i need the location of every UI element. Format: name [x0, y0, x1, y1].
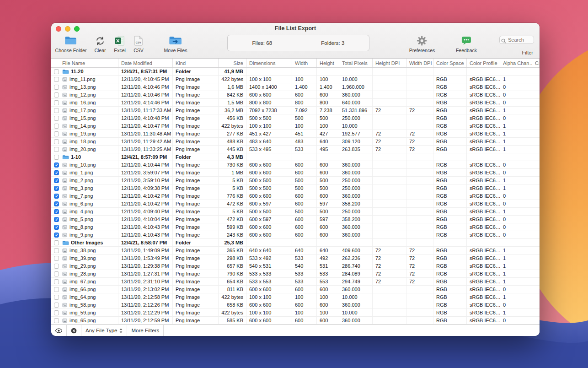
file-row[interactable]: img_20.png13/11/20, 11:33:25 AMPng Image…: [51, 146, 540, 153]
column-header-color-profile[interactable]: Color Profile: [467, 59, 500, 67]
row-checkbox[interactable]: [54, 310, 59, 315]
file-row[interactable]: img_15.png12/11/20, 4:10:48 PMPng Image4…: [51, 114, 540, 122]
column-header-dimensions[interactable]: Dimensions: [246, 59, 292, 67]
file-type-dropdown[interactable]: Any File Type: [81, 325, 127, 336]
row-checkbox[interactable]: [54, 77, 59, 82]
row-checkbox[interactable]: [54, 186, 59, 191]
show-hide-columns-button[interactable]: [51, 325, 67, 336]
column-header-size[interactable]: Size: [219, 59, 246, 67]
column-header-creation[interactable]: Cr…: [532, 59, 540, 67]
file-row[interactable]: img_64.png13/11/20, 2:12:58 PMPng Image4…: [51, 293, 540, 301]
row-checkbox[interactable]: [54, 92, 59, 97]
row-checkbox[interactable]: [54, 201, 59, 206]
file-row[interactable]: img_16.png12/11/20, 4:14:46 PMPng Image1…: [51, 99, 540, 107]
file-row[interactable]: img_5.png12/11/20, 4:10:04 PMPng Image47…: [51, 216, 540, 223]
row-checkbox[interactable]: [54, 264, 59, 269]
choose-folder-button[interactable]: Choose Folder: [55, 35, 87, 53]
row-checkbox[interactable]: [54, 240, 59, 245]
row-checkbox[interactable]: [54, 287, 59, 292]
column-header-color-space[interactable]: Color Space: [433, 59, 467, 67]
cell-w: 7.092: [292, 107, 317, 114]
row-checkbox[interactable]: [54, 131, 59, 136]
file-row[interactable]: img_11.png12/11/20, 4:10:45 PMPng Image4…: [51, 76, 540, 83]
minimize-button[interactable]: [65, 26, 70, 32]
row-checkbox[interactable]: [54, 69, 59, 74]
row-checkbox[interactable]: [54, 116, 59, 121]
file-row[interactable]: img_12.png12/11/20, 4:10:46 PMPng Image8…: [51, 91, 540, 99]
row-checkbox[interactable]: [54, 85, 59, 90]
move-files-button[interactable]: Move Files: [164, 35, 187, 53]
column-header-width-dpi[interactable]: Width DPI: [406, 59, 433, 67]
row-checkbox[interactable]: [54, 217, 59, 222]
column-header-file-name[interactable]: File Name: [61, 59, 118, 67]
zoom-button[interactable]: [74, 26, 80, 32]
file-row[interactable]: img_3.png12/11/20, 4:09:38 PMPng Image5 …: [51, 184, 540, 192]
row-checkbox[interactable]: [54, 100, 59, 105]
row-checkbox[interactable]: [54, 178, 59, 183]
row-checkbox[interactable]: [54, 295, 59, 300]
file-row[interactable]: img_38.png13/11/20, 1:49:09 PMPng Image3…: [51, 247, 540, 254]
file-row[interactable]: img_14.png12/11/20, 4:10:47 PMPng Image4…: [51, 122, 540, 130]
row-checkbox[interactable]: [54, 271, 59, 276]
column-header-total-pixels[interactable]: Total Pixels: [339, 59, 373, 67]
cell-cp: [467, 153, 500, 161]
row-checkbox[interactable]: [54, 225, 59, 230]
file-row[interactable]: img_17.png13/11/20, 11:17:33 AMPng Image…: [51, 107, 540, 114]
file-row[interactable]: img_10.png12/11/20, 4:10:44 PMPng Image7…: [51, 161, 540, 169]
column-header-width[interactable]: Width: [292, 59, 317, 67]
feedback-button[interactable]: Feedback: [456, 35, 477, 53]
csv-export-button[interactable]: CSV CSV: [134, 35, 144, 53]
folder-row[interactable]: Other Images12/4/21, 8:58:07 PMFolder25,…: [51, 239, 540, 247]
file-name: img_1.png: [69, 169, 93, 176]
file-row[interactable]: img_4.png12/11/20, 4:09:40 PMPng Image5 …: [51, 208, 540, 216]
file-row[interactable]: img_59.png13/11/20, 2:12:29 PMPng Image4…: [51, 309, 540, 317]
row-checkbox[interactable]: [54, 248, 59, 253]
row-checkbox[interactable]: [54, 318, 59, 323]
row-checkbox[interactable]: [54, 147, 59, 152]
file-row[interactable]: img_67.png13/11/20, 2:31:10 PMPng Image6…: [51, 278, 540, 286]
file-row[interactable]: img_19.png13/11/20, 11:30:48 AMPng Image…: [51, 130, 540, 138]
file-row[interactable]: img_39.png13/11/20, 1:53:49 PMPng Image2…: [51, 254, 540, 262]
excel-export-button[interactable]: Excel: [114, 35, 126, 53]
row-checkbox[interactable]: [54, 303, 59, 308]
cell-size: 776 KB: [219, 192, 246, 200]
folder-row[interactable]: 11-2012/4/21, 8:57:31 PMFolder41,9 MB: [51, 68, 540, 76]
file-row[interactable]: img_13.png12/11/20, 4:10:46 PMPng Image1…: [51, 83, 540, 91]
clear-filters-button[interactable]: [67, 325, 81, 336]
column-header-alpha-channel[interactable]: Alpha Chan…: [500, 59, 532, 67]
file-row[interactable]: img_8.png12/11/20, 4:10:43 PMPng Image59…: [51, 223, 540, 231]
row-checkbox[interactable]: [54, 162, 59, 168]
more-filters-button[interactable]: More Filters: [127, 325, 164, 336]
file-row[interactable]: img_66.png13/11/20, 2:13:02 PMPng Image8…: [51, 286, 540, 293]
clear-button[interactable]: Clear: [94, 35, 106, 53]
row-checkbox[interactable]: [54, 108, 59, 113]
file-row[interactable]: img_58.png13/11/20, 2:12:26 PMPng Image6…: [51, 301, 540, 309]
file-row[interactable]: img_28.png13/11/20, 1:27:31 PMPng Image7…: [51, 270, 540, 278]
row-checkbox[interactable]: [54, 139, 59, 144]
file-row[interactable]: img_18.png13/11/20, 11:29:42 AMPng Image…: [51, 138, 540, 146]
row-checkbox[interactable]: [54, 170, 59, 175]
column-header-height-dpi[interactable]: Height DPI: [373, 59, 406, 67]
file-row[interactable]: img_9.png12/11/20, 4:10:43 PMPng Image24…: [51, 231, 540, 239]
file-row[interactable]: img_29.png13/11/20, 1:29:38 PMPng Image6…: [51, 262, 540, 270]
row-checkbox[interactable]: [54, 155, 59, 160]
file-row[interactable]: img_7.png12/11/20, 4:10:42 PMPng Image77…: [51, 192, 540, 200]
row-checkbox[interactable]: [54, 209, 59, 214]
row-checkbox[interactable]: [54, 124, 59, 129]
titlebar[interactable]: File List Export: [51, 23, 540, 33]
folder-row[interactable]: 1-1012/4/21, 8:57:09 PMFolder4,3 MB: [51, 153, 540, 161]
file-row[interactable]: img_65.png13/11/20, 2:12:59 PMPng Image5…: [51, 317, 540, 325]
file-row[interactable]: img_2.png12/11/20, 3:59:10 PMPng Image5 …: [51, 177, 540, 184]
column-header-date-modified[interactable]: Date Modified: [118, 59, 173, 67]
cell-date: 13/11/20, 11:29:42 AM: [118, 138, 173, 145]
column-header-kind[interactable]: Kind: [173, 59, 219, 67]
preferences-button[interactable]: Preferences: [409, 35, 435, 53]
file-row[interactable]: img_6.png12/11/20, 4:10:42 PMPng Image47…: [51, 200, 540, 208]
close-button[interactable]: [56, 26, 61, 32]
file-row[interactable]: img_1.png12/11/20, 3:59:07 PMPng Image1 …: [51, 169, 540, 177]
column-header-height[interactable]: Height: [317, 59, 339, 67]
row-checkbox[interactable]: [54, 256, 59, 261]
row-checkbox[interactable]: [54, 279, 59, 284]
row-checkbox[interactable]: [54, 233, 59, 238]
row-checkbox[interactable]: [54, 194, 59, 199]
